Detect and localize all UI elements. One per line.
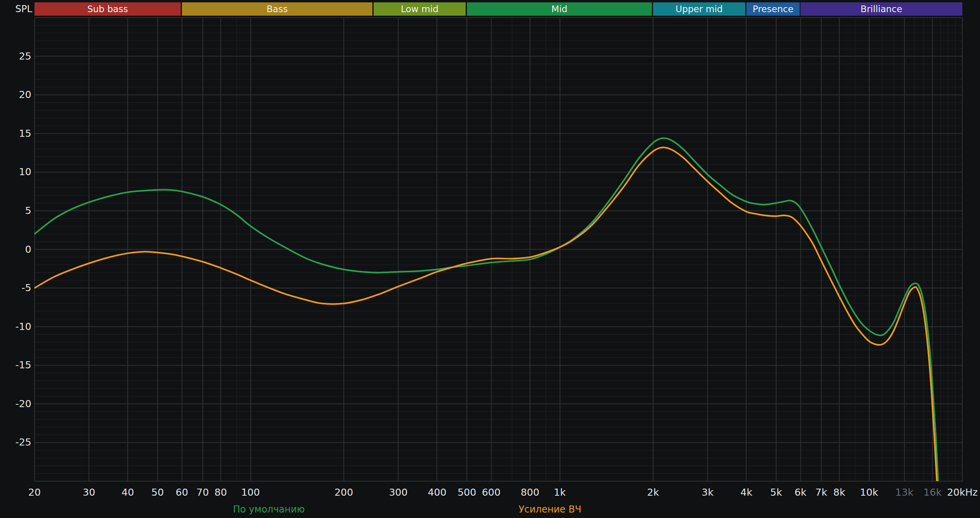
y-tick-label: 5 — [0, 205, 31, 217]
x-tick-label: 1k — [532, 487, 587, 498]
x-tick-label: 200 — [316, 487, 371, 498]
y-tick-label: -5 — [0, 282, 31, 294]
y-tick-label: 15 — [0, 127, 31, 140]
band-brilliance: Brilliance — [800, 2, 962, 16]
y-tick-label: -10 — [0, 321, 31, 333]
band-sub-bass: Sub bass — [34, 2, 181, 16]
y-tick-label: 10 — [0, 166, 31, 178]
band-label: Upper mid — [675, 4, 722, 14]
band-label: Brilliance — [860, 4, 902, 14]
frequency-response-chart: SPL Sub bassBassLow midMidUpper midPrese… — [0, 0, 980, 518]
legend-item-0[interactable]: По умолчанию — [233, 504, 305, 515]
y-tick-label: 20 — [0, 89, 31, 101]
band-bass: Bass — [182, 2, 372, 16]
band-label: Bass — [267, 4, 288, 14]
x-tick-label: 100 — [223, 487, 278, 498]
plot-area — [0, 0, 980, 518]
band-mid: Mid — [467, 2, 652, 16]
band-label: Mid — [552, 4, 568, 14]
band-presence: Presence — [746, 2, 800, 16]
legend-item-1[interactable]: Усиление ВЧ — [519, 504, 581, 515]
x-tick-label: 20 — [7, 487, 62, 498]
band-label: Low mid — [401, 4, 439, 14]
y-tick-label: -15 — [0, 359, 31, 371]
band-low-mid: Low mid — [374, 2, 466, 16]
y-tick-label: -25 — [0, 436, 31, 449]
y-tick-label: -20 — [0, 398, 31, 410]
x-tick-label: 2k — [626, 487, 681, 498]
series-curve-1 — [34, 147, 938, 504]
band-label: Presence — [753, 4, 793, 14]
x-tick-label: 20kHz — [935, 487, 980, 498]
band-label: Sub bass — [87, 4, 128, 14]
band-upper-mid: Upper mid — [653, 2, 745, 16]
y-tick-label: 25 — [0, 50, 31, 63]
y-tick-label: 0 — [0, 243, 31, 256]
